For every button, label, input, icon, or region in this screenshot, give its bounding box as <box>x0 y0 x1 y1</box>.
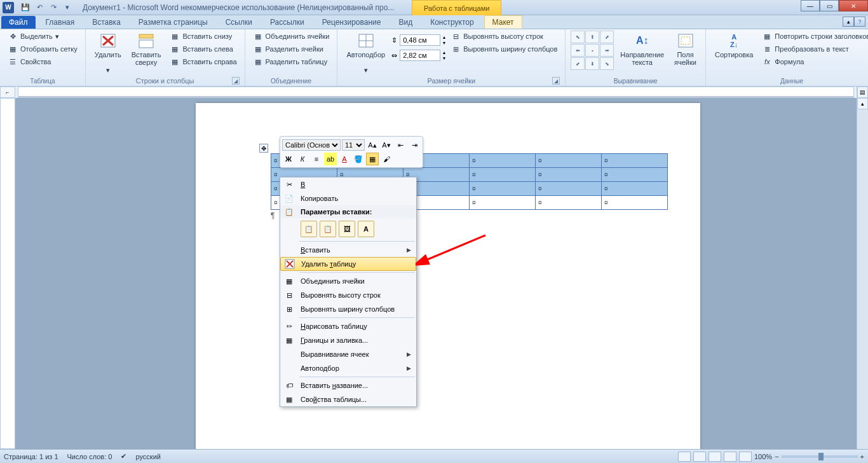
text-direction-button[interactable]: A↕ Направление текста <box>616 31 668 67</box>
language-status[interactable]: русский <box>135 453 160 460</box>
cm-cut[interactable]: ✂В <box>280 177 416 191</box>
paste-keep-source-icon[interactable]: 📋 <box>301 221 317 237</box>
merge-cells-button[interactable]: ▦Объединить ячейки <box>250 31 332 42</box>
paste-text-icon[interactable]: A <box>358 221 374 237</box>
distribute-cols-button[interactable]: ⊞Выровнять ширину столбцов <box>448 43 560 55</box>
document-page[interactable]: ✥ ¤¤¤¤¤¤ ¤¤¤¤¤¤ ¤¤¤¤¤¤ ¤¤¤¤¤¤ ¶ <box>196 103 700 449</box>
paste-merge-icon[interactable]: 📋 <box>320 221 336 237</box>
ribbon-minimize-icon[interactable]: ▴ <box>843 17 854 27</box>
cm-dist-rows[interactable]: ⊟Выровнять высоту строк <box>280 288 416 302</box>
ribbon-tabs: Файл Главная Вставка Разметка страницы С… <box>0 15 868 29</box>
tab-view[interactable]: Вид <box>391 16 420 29</box>
insert-below-button[interactable]: ▦Вставить снизу <box>167 31 239 42</box>
cm-caption[interactable]: 🏷Вставить название... <box>280 378 416 392</box>
sort-button[interactable]: AZ↓ Сортировка <box>711 31 757 60</box>
spellcheck-icon[interactable]: ✔ <box>121 452 126 460</box>
zoom-out-icon[interactable]: − <box>775 453 778 460</box>
tab-mailings[interactable]: Рассылки <box>262 16 312 29</box>
increase-indent-icon[interactable]: ⇥ <box>408 139 421 151</box>
help-icon[interactable]: ? <box>854 17 865 27</box>
qat-save-icon[interactable]: 💾 <box>19 2 32 13</box>
tab-design[interactable]: Конструктор <box>423 16 481 29</box>
table-move-handle-icon[interactable]: ✥ <box>259 144 268 153</box>
align-center-icon[interactable]: ≡ <box>310 153 323 165</box>
formula-button[interactable]: fxФормула <box>759 56 868 67</box>
vertical-scrollbar[interactable]: ▤ ▴ <box>857 86 868 449</box>
insert-above-button[interactable]: Вставить сверху <box>128 31 165 67</box>
horizontal-ruler[interactable] <box>18 86 854 98</box>
col-width-field[interactable]: ⇔2,82 см▴▾ <box>391 50 445 61</box>
view-outline-icon[interactable] <box>724 452 736 462</box>
dialog-launcher-icon[interactable]: ◢ <box>552 77 560 85</box>
insert-right-button[interactable]: ▦Вставить справа <box>167 56 239 67</box>
font-select[interactable]: Calibri (Основ <box>282 139 341 151</box>
vertical-ruler[interactable] <box>0 98 15 449</box>
dialog-launcher-icon[interactable]: ◢ <box>232 77 240 85</box>
borders-icon[interactable]: ▦ <box>366 153 379 165</box>
close-button[interactable]: ✕ <box>839 0 868 11</box>
delete-button[interactable]: Удалить▾ <box>91 31 125 76</box>
scroll-up-icon[interactable]: ▴ <box>857 98 868 109</box>
view-print-layout-icon[interactable] <box>678 452 691 462</box>
tab-home[interactable]: Главная <box>38 16 83 29</box>
split-table-button[interactable]: ▦Разделить таблицу <box>250 56 332 67</box>
autofit-button[interactable]: Автоподбор▾ <box>342 31 389 76</box>
view-web-icon[interactable] <box>709 452 721 462</box>
repeat-headers-button[interactable]: ▦Повторить строки заголовков <box>759 31 868 42</box>
tab-file[interactable]: Файл <box>1 16 36 29</box>
tab-review[interactable]: Рецензирование <box>315 16 389 29</box>
convert-to-text-button[interactable]: ≣Преобразовать в текст <box>759 43 868 55</box>
gridlines-button[interactable]: ▦Отобразить сетку <box>5 43 80 55</box>
qat-redo-icon[interactable]: ↷ <box>47 2 60 13</box>
tab-insert[interactable]: Вставка <box>85 16 128 29</box>
cell-margins-button[interactable]: Поля ячейки <box>670 31 700 67</box>
distribute-rows-button[interactable]: ⊟Выровнять высоту строк <box>448 31 560 42</box>
cm-autofit[interactable]: Автоподбор▶ <box>280 361 416 375</box>
tab-references[interactable]: Ссылки <box>218 16 260 29</box>
highlight-icon[interactable]: ab <box>324 153 337 165</box>
ruler-toggle-icon[interactable]: ▤ <box>857 86 868 98</box>
grow-font-icon[interactable]: A▴ <box>366 139 379 151</box>
cm-copy[interactable]: 📄Копировать <box>280 191 416 205</box>
properties-button[interactable]: ☰Свойства <box>5 56 80 67</box>
shading-icon[interactable]: 🪣 <box>352 153 365 165</box>
zoom-level[interactable]: 100% <box>754 453 772 460</box>
insert-left-button[interactable]: ▦Вставить слева <box>167 43 239 55</box>
font-color-icon[interactable]: A <box>338 153 351 165</box>
qat-customize-icon[interactable]: ▾ <box>61 2 74 13</box>
cm-insert[interactable]: Вставить▶ <box>280 243 416 257</box>
format-painter-icon[interactable]: 🖌 <box>380 153 393 165</box>
ruler-corner[interactable]: ⌐ <box>0 86 15 98</box>
cm-delete-table[interactable]: Удалить таблицу <box>280 257 416 271</box>
row-height-field[interactable]: ⇕0,48 см▴▾ <box>391 34 445 46</box>
shrink-font-icon[interactable]: A▾ <box>380 139 393 151</box>
zoom-in-icon[interactable]: + <box>860 453 864 460</box>
cm-cell-align[interactable]: Выравнивание ячеек▶ <box>280 347 416 361</box>
minimize-button[interactable]: — <box>801 0 820 11</box>
cm-draw-table[interactable]: ✏Нарисовать таблицу <box>280 319 416 333</box>
paste-picture-icon[interactable]: 🖼 <box>339 221 355 237</box>
cm-dist-cols[interactable]: ⊞Выровнять ширину столбцов <box>280 302 416 316</box>
cm-paste-options-header: 📋Параметры вставки: <box>280 205 416 218</box>
tab-page-layout[interactable]: Разметка страницы <box>131 16 215 29</box>
cm-merge-cells[interactable]: ▦Объединить ячейки <box>280 274 416 288</box>
select-button[interactable]: ✥Выделить ▾ <box>5 31 80 42</box>
page-status[interactable]: Страница: 1 из 1 <box>4 453 58 460</box>
cm-table-props[interactable]: ▦Свойства таблицы... <box>280 392 416 406</box>
page-scroll-area[interactable]: ✥ ¤¤¤¤¤¤ ¤¤¤¤¤¤ ¤¤¤¤¤¤ ¤¤¤¤¤¤ ¶ <box>18 98 857 449</box>
word-count[interactable]: Число слов: 0 <box>67 453 112 460</box>
maximize-button[interactable]: ▭ <box>820 0 839 11</box>
decrease-indent-icon[interactable]: ⇤ <box>394 139 407 151</box>
italic-icon[interactable]: К <box>296 153 309 165</box>
bold-icon[interactable]: Ж <box>282 153 295 165</box>
font-size-select[interactable]: 11 <box>342 139 365 151</box>
qat-undo-icon[interactable]: ↶ <box>33 2 46 13</box>
view-fullscreen-icon[interactable] <box>693 452 706 462</box>
tab-layout[interactable]: Макет <box>484 15 522 29</box>
split-cells-button[interactable]: ▦Разделить ячейки <box>250 43 332 55</box>
alignment-grid[interactable]: ⬉⬆⬈ ⬅•➡ ⬋⬇⬊ <box>571 31 614 70</box>
cm-borders[interactable]: ▦Границы и заливка... <box>280 333 416 347</box>
zoom-slider[interactable] <box>782 455 858 458</box>
insert-right-icon: ▦ <box>170 57 180 67</box>
view-draft-icon[interactable] <box>739 452 752 462</box>
